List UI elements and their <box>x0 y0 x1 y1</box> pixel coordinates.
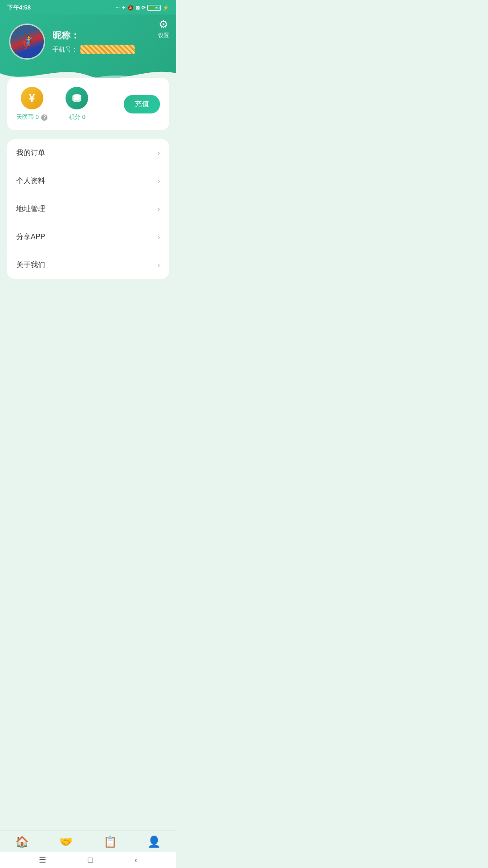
phone-masked <box>80 45 135 54</box>
menu-item-share[interactable]: 分享APP › <box>7 223 169 251</box>
coin-item: ¥ 天医币 0 ? <box>16 87 47 121</box>
menu-section: 我的订单 › 个人资料 › 地址管理 › 分享APP › 关于我们 › <box>7 139 169 279</box>
chevron-right-icon: › <box>158 177 160 185</box>
profile-row: 🦸 昵称： 手机号： <box>9 24 167 60</box>
menu-profile-label: 个人资料 <box>16 176 45 186</box>
status-bar: 下午4:58 ··· ✦ 🔕 ⊠ ⟳ 59 ⚡ <box>0 0 176 14</box>
avatar-image: 🦸 <box>10 25 44 58</box>
menu-item-address[interactable]: 地址管理 › <box>7 195 169 223</box>
profile-info: 昵称： 手机号： <box>52 29 135 54</box>
chevron-right-icon: › <box>158 233 160 241</box>
menu-item-profile[interactable]: 个人资料 › <box>7 167 169 195</box>
menu-orders-label: 我的订单 <box>16 148 45 158</box>
nickname-label: 昵称： <box>52 30 80 40</box>
coin-icon: ¥ <box>21 87 43 109</box>
nickname-row: 昵称： <box>52 29 135 42</box>
wallet-items: ¥ 天医币 0 ? 积分 0 <box>16 87 88 121</box>
menu-address-label: 地址管理 <box>16 204 45 214</box>
battery-icon: 59 <box>147 5 161 11</box>
menu-item-orders[interactable]: 我的订单 › <box>7 139 169 167</box>
chevron-right-icon: › <box>158 205 160 213</box>
menu-item-about[interactable]: 关于我们 › <box>7 251 169 279</box>
points-icon <box>66 87 88 109</box>
phone-label: 手机号： <box>52 46 78 54</box>
recharge-button[interactable]: 充值 <box>124 95 160 113</box>
points-item: 积分 0 <box>66 87 88 121</box>
avatar[interactable]: 🦸 <box>9 24 45 60</box>
menu-share-label: 分享APP <box>16 232 45 242</box>
hero-section: ⚙ 设置 🦸 昵称： 手机号： <box>0 14 176 87</box>
wallet-section: ¥ 天医币 0 ? 积分 0 充值 <box>7 78 169 130</box>
settings-button[interactable]: ⚙ 设置 <box>158 18 169 39</box>
coin-label: 天医币 0 ? <box>16 113 47 121</box>
menu-about-label: 关于我们 <box>16 260 45 270</box>
phone-row: 手机号： <box>52 45 135 54</box>
settings-label: 设置 <box>158 32 169 38</box>
question-icon[interactable]: ? <box>41 114 47 121</box>
status-time: 下午4:58 <box>7 4 31 12</box>
content-area: ¥ 天医币 0 ? 积分 0 充值 <box>0 78 176 340</box>
chevron-right-icon: › <box>158 149 160 157</box>
gear-icon: ⚙ <box>158 18 169 31</box>
chevron-right-icon: › <box>158 261 160 269</box>
status-icons: ··· ✦ 🔕 ⊠ ⟳ 59 ⚡ <box>116 5 169 11</box>
points-label: 积分 0 <box>69 113 85 121</box>
svg-point-0 <box>73 94 82 98</box>
